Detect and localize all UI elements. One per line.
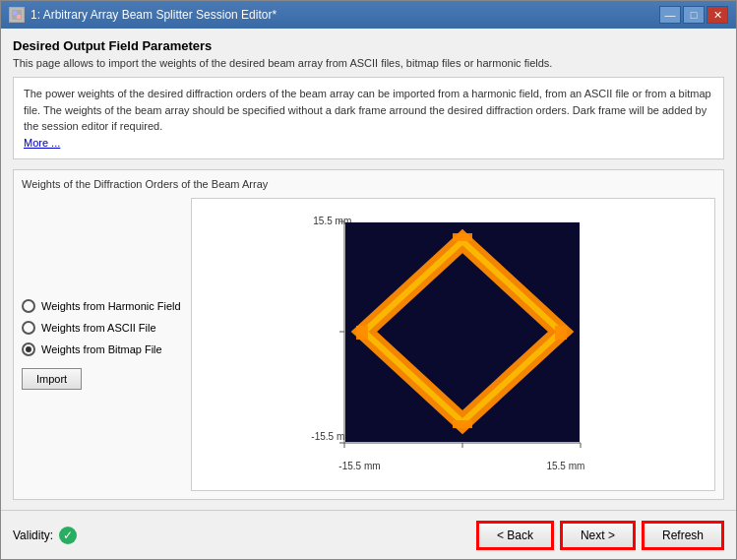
info-box: The power weights of the desired diffrac… <box>13 77 724 159</box>
import-button[interactable]: Import <box>22 368 82 390</box>
main-content: Desired Output Field Parameters This pag… <box>1 29 736 510</box>
maximize-button[interactable]: □ <box>683 6 705 24</box>
svg-rect-2 <box>17 15 21 19</box>
close-button[interactable]: ✕ <box>706 6 728 24</box>
footer: Validity: ✓ < Back Next > Refresh <box>1 510 736 559</box>
back-button[interactable]: < Back <box>476 521 554 550</box>
radio-harmonic-circle <box>22 299 35 313</box>
chart-area: 15.5 mm -15.5 mm -15.5 mm 15.5 mm <box>315 212 590 477</box>
footer-buttons: < Back Next > Refresh <box>476 521 724 550</box>
weights-options: Weights from Harmonic Field Weights from… <box>22 198 181 491</box>
svg-rect-1 <box>13 11 17 15</box>
chart-container: 15.5 mm -15.5 mm -15.5 mm 15.5 mm <box>191 198 715 491</box>
radio-ascii[interactable]: Weights from ASCII File <box>22 321 181 335</box>
weights-body: Weights from Harmonic Field Weights from… <box>22 198 715 491</box>
weights-panel: Weights of the Diffraction Orders of the… <box>13 169 724 500</box>
validity-section: Validity: ✓ <box>13 527 77 544</box>
section-desc: This page allows to import the weights o… <box>13 57 724 69</box>
svg-rect-18 <box>356 326 368 340</box>
radio-harmonic-label: Weights from Harmonic Field <box>41 300 181 312</box>
minimize-button[interactable]: — <box>659 6 681 24</box>
radio-bitmap-circle <box>22 342 35 356</box>
validity-check-icon: ✓ <box>59 527 77 544</box>
title-bar-left: 1: Arbitrary Array Beam Splitter Session… <box>9 7 276 23</box>
svg-rect-15 <box>453 233 472 241</box>
svg-rect-17 <box>453 420 472 428</box>
radio-bitmap-label: Weights from Bitmap File <box>41 343 162 355</box>
title-buttons: — □ ✕ <box>659 6 728 24</box>
section-title: Desired Output Field Parameters <box>13 38 724 53</box>
title-bar: 1: Arbitrary Array Beam Splitter Session… <box>1 1 736 29</box>
main-window: 1: Arbitrary Array Beam Splitter Session… <box>0 0 737 560</box>
info-text: The power weights of the desired diffrac… <box>24 88 711 132</box>
validity-label: Validity: <box>13 529 53 542</box>
app-icon <box>9 7 25 23</box>
weights-panel-title: Weights of the Diffraction Orders of the… <box>22 178 715 190</box>
beam-pattern-chart <box>315 212 590 477</box>
radio-ascii-label: Weights from ASCII File <box>41 322 156 334</box>
radio-harmonic[interactable]: Weights from Harmonic Field <box>22 299 181 313</box>
next-button[interactable]: Next > <box>560 521 636 550</box>
window-title: 1: Arbitrary Array Beam Splitter Session… <box>31 8 276 22</box>
refresh-button[interactable]: Refresh <box>642 521 724 550</box>
radio-bitmap[interactable]: Weights from Bitmap File <box>22 342 181 356</box>
svg-rect-16 <box>555 326 567 340</box>
more-link[interactable]: More ... <box>24 137 60 149</box>
radio-ascii-circle <box>22 321 35 335</box>
